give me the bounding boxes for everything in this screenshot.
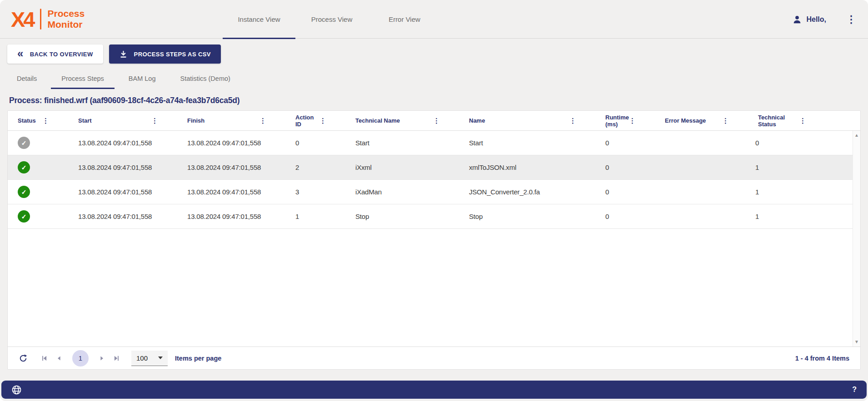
name-cell: JSON_Converter_2.0.fa [459, 188, 595, 196]
pagination-bar: 1 100 Items per page 1 - 4 from 4 Items [8, 347, 860, 369]
tab-process-view-label: Process View [311, 15, 353, 23]
previous-page-icon[interactable] [55, 354, 63, 362]
table-row[interactable]: ✓ 13.08.2024 09:47:01,558 13.08.2024 09:… [8, 131, 860, 155]
technical-status-cell: 0 [745, 139, 860, 147]
status-cell: ✓ [8, 161, 68, 173]
technical-name-cell: iXxml [345, 163, 459, 171]
finish-cell: 13.08.2024 09:47:01,558 [177, 188, 285, 196]
page-size-select[interactable]: 100 [131, 351, 168, 366]
runtime-cell: 0 [595, 188, 652, 196]
user-greeting-label: Hello, [806, 15, 826, 24]
column-menu-icon[interactable]: ⋮ [629, 117, 636, 125]
app-header: X4 Process Monitor Instance View Process… [0, 0, 868, 39]
tab-process-steps[interactable]: Process Steps [49, 68, 116, 89]
process-title: Process: finished.wrf (aaf90609-18cf-4c2… [9, 96, 868, 105]
column-header-start-label: Start [78, 117, 92, 124]
column-menu-icon[interactable]: ⋮ [569, 117, 576, 125]
table-row[interactable]: ✓ 13.08.2024 09:47:01,558 13.08.2024 09:… [8, 155, 860, 180]
tab-instance-view[interactable]: Instance View [223, 0, 295, 39]
technical-name-cell: Stop [345, 213, 459, 220]
technical-status-cell: 1 [745, 213, 860, 220]
back-to-overview-label: BACK TO OVERVIEW [30, 51, 93, 58]
column-header-runtime-label: Runtime (ms) [605, 114, 629, 128]
globe-icon[interactable] [11, 385, 22, 395]
name-cell: xmlToJSON.xml [459, 163, 595, 171]
check-circle-gray-icon: ✓ [18, 137, 30, 149]
column-menu-icon[interactable]: ⋮ [151, 117, 158, 125]
app-footer: ? [1, 381, 867, 399]
column-menu-icon[interactable]: ⋮ [259, 117, 266, 125]
technical-name-cell: iXadMan [345, 188, 459, 196]
column-header-runtime[interactable]: Runtime (ms)⋮ [595, 111, 655, 130]
toolbar: « BACK TO OVERVIEW PROCESS STEPS AS CSV [0, 39, 868, 64]
start-cell: 13.08.2024 09:47:01,558 [68, 188, 177, 196]
app-window: X4 Process Monitor Instance View Process… [0, 0, 868, 401]
tab-process-view[interactable]: Process View [295, 0, 368, 39]
column-header-start[interactable]: Start⋮ [68, 111, 177, 130]
header-right: Hello, ⋮ [792, 0, 856, 39]
table-row[interactable]: ✓ 13.08.2024 09:47:01,558 13.08.2024 09:… [8, 180, 860, 204]
tab-process-steps-label: Process Steps [61, 75, 104, 82]
detail-tabs: Details Process Steps BAM Log Statistics… [0, 68, 868, 89]
tab-error-view-label: Error View [389, 15, 420, 23]
dropdown-caret-icon [158, 356, 163, 359]
table-row[interactable]: ✓ 13.08.2024 09:47:01,558 13.08.2024 09:… [8, 204, 860, 229]
column-header-finish[interactable]: Finish⋮ [177, 111, 285, 130]
column-header-status-label: Status [18, 117, 36, 124]
status-cell: ✓ [8, 210, 68, 223]
tab-statistics[interactable]: Statistics (Demo) [168, 68, 242, 89]
action-id-cell: 3 [285, 188, 345, 196]
main-view-tabs: Instance View Process View Error View [223, 0, 441, 39]
product-name-line1: Process [48, 8, 85, 19]
column-header-name[interactable]: Name⋮ [459, 111, 595, 130]
download-icon [119, 50, 134, 59]
column-menu-icon[interactable]: ⋮ [799, 117, 806, 125]
refresh-icon[interactable] [19, 354, 28, 363]
page-number-button[interactable]: 1 [72, 350, 89, 366]
user-greeting[interactable]: Hello, [792, 15, 826, 25]
logo-divider [40, 9, 41, 30]
runtime-cell: 0 [595, 213, 652, 220]
header-menu-icon[interactable]: ⋮ [846, 15, 856, 25]
column-menu-icon[interactable]: ⋮ [433, 117, 440, 125]
start-cell: 13.08.2024 09:47:01,558 [68, 163, 177, 171]
process-steps-grid: Status⋮ Start⋮ Finish⋮ Action ID⋮ Techni… [7, 110, 861, 370]
column-header-finish-label: Finish [187, 117, 205, 124]
action-id-cell: 1 [285, 213, 345, 220]
pagination-nav: 1 [40, 350, 120, 366]
product-name-line2: Monitor [48, 19, 83, 30]
tab-error-view[interactable]: Error View [368, 0, 441, 39]
vertical-scrollbar[interactable]: ▲ ▼ [853, 131, 860, 347]
next-page-icon[interactable] [98, 354, 106, 362]
check-circle-green-icon: ✓ [18, 186, 30, 198]
scroll-down-icon[interactable]: ▼ [854, 340, 859, 344]
runtime-cell: 0 [595, 139, 652, 147]
items-range-label: 1 - 4 from 4 Items [795, 355, 849, 362]
finish-cell: 13.08.2024 09:47:01,558 [177, 213, 285, 220]
column-header-error-message[interactable]: Error Message⋮ [655, 111, 748, 130]
column-menu-icon[interactable]: ⋮ [42, 117, 49, 125]
column-header-action-id[interactable]: Action ID⋮ [285, 111, 345, 130]
scroll-up-icon[interactable]: ▲ [854, 133, 859, 138]
tab-details[interactable]: Details [5, 68, 49, 89]
column-header-action-id-label: Action ID [295, 114, 319, 128]
column-header-error-message-label: Error Message [665, 117, 706, 124]
process-steps-csv-button[interactable]: PROCESS STEPS AS CSV [109, 45, 221, 64]
tab-bam-log[interactable]: BAM Log [116, 68, 168, 89]
column-menu-icon[interactable]: ⋮ [319, 117, 326, 125]
help-button[interactable]: ? [852, 386, 857, 394]
action-id-cell: 2 [285, 163, 345, 171]
back-to-overview-button[interactable]: « BACK TO OVERVIEW [7, 45, 103, 64]
last-page-icon[interactable] [112, 354, 120, 362]
process-steps-csv-label: PROCESS STEPS AS CSV [134, 51, 211, 58]
grid-body: ✓ 13.08.2024 09:47:01,558 13.08.2024 09:… [8, 131, 860, 347]
column-header-status[interactable]: Status⋮ [8, 111, 68, 130]
column-header-technical-status[interactable]: Technical Status⋮ [748, 111, 825, 130]
double-chevron-left-icon: « [17, 48, 24, 59]
column-header-technical-name[interactable]: Technical Name⋮ [345, 111, 459, 130]
check-circle-green-icon: ✓ [18, 161, 30, 173]
runtime-cell: 0 [595, 163, 652, 171]
column-menu-icon[interactable]: ⋮ [722, 117, 729, 125]
first-page-icon[interactable] [40, 354, 49, 362]
action-id-cell: 0 [285, 139, 345, 147]
